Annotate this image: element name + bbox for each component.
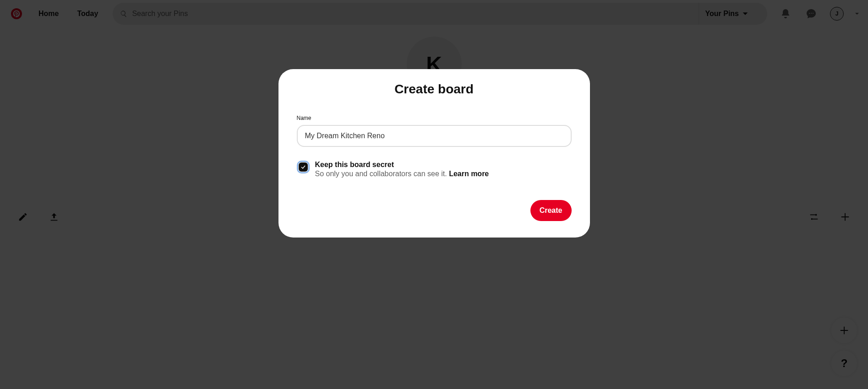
secret-option-title: Keep this board secret [315, 161, 489, 169]
modal-overlay[interactable]: Create board Name Keep this board secret… [0, 0, 868, 389]
secret-option-row: Keep this board secret So only you and c… [297, 161, 572, 178]
board-name-input[interactable] [297, 125, 572, 147]
checkbox-checked-icon [299, 162, 308, 172]
secret-checkbox[interactable] [297, 161, 310, 173]
name-field-label: Name [297, 115, 572, 121]
create-board-modal: Create board Name Keep this board secret… [278, 69, 590, 238]
create-button[interactable]: Create [530, 200, 572, 221]
modal-title: Create board [297, 82, 572, 97]
learn-more-link[interactable]: Learn more [449, 170, 489, 178]
secret-option-subtitle: So only you and collaborators can see it… [315, 170, 489, 178]
